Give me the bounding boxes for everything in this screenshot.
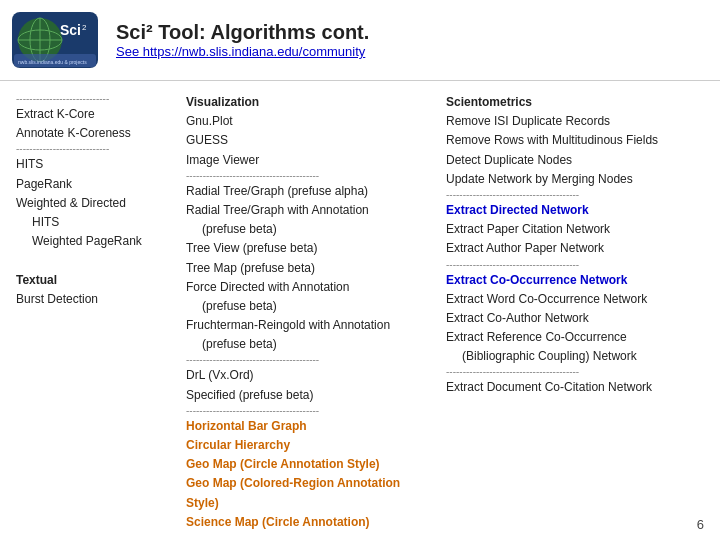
right-divider-1: ---------------------------------------- bbox=[446, 189, 704, 201]
middle-item-circular: Circular Hierarchy bbox=[186, 436, 436, 455]
right-section-directed: Extract Directed Network bbox=[446, 201, 704, 220]
middle-divider-3: ---------------------------------------- bbox=[186, 405, 436, 417]
middle-item-specified: Specified (prefuse beta) bbox=[186, 386, 436, 405]
header-link[interactable]: See https://nwb.slis.indiana.edu/communi… bbox=[116, 44, 369, 59]
right-column: Scientometrics Remove ISI Duplicate Reco… bbox=[446, 93, 704, 532]
middle-item-image-viewer: Image Viewer bbox=[186, 151, 436, 170]
right-item-detect-duplicate: Detect Duplicate Nodes bbox=[446, 151, 704, 170]
middle-item-fruchterman-sub: (prefuse beta) bbox=[186, 335, 436, 354]
middle-item-tree-map: Tree Map (prefuse beta) bbox=[186, 259, 436, 278]
middle-item-radial-tree-annotation: Radial Tree/Graph with Annotation bbox=[186, 201, 436, 220]
middle-divider-1: ---------------------------------------- bbox=[186, 170, 436, 182]
right-item-remove-isi: Remove ISI Duplicate Records bbox=[446, 112, 704, 131]
svg-text:Sci: Sci bbox=[60, 22, 81, 38]
page-title: Sci² Tool: Algorithms cont. bbox=[116, 21, 369, 44]
middle-item-guess: GUESS bbox=[186, 131, 436, 150]
left-item-annotate-kcore: Annotate K-Coreness bbox=[16, 124, 176, 143]
middle-item-geo-colored: Geo Map (Colored-Region Annotation Style… bbox=[186, 474, 436, 512]
right-item-doc-cocitation: Extract Document Co-Citation Network bbox=[446, 378, 704, 397]
svg-text:2: 2 bbox=[82, 23, 87, 32]
right-section-sci: Scientometrics bbox=[446, 93, 704, 112]
left-item-extract-kcore: Extract K-Core bbox=[16, 105, 176, 124]
svg-text:nwb.slis.indiana.edu & project: nwb.slis.indiana.edu & projects bbox=[18, 59, 87, 65]
middle-item-radial-tree-annotation-sub: (prefuse beta) bbox=[186, 220, 436, 239]
middle-item-hbar: Horizontal Bar Graph bbox=[186, 417, 436, 436]
right-item-remove-rows: Remove Rows with Multitudinous Fields bbox=[446, 131, 704, 150]
middle-item-science-map: Science Map (Circle Annotation) bbox=[186, 513, 436, 532]
header-text: Sci² Tool: Algorithms cont. See https://… bbox=[116, 21, 369, 59]
right-section-cooccurrence: Extract Co-Occurrence Network bbox=[446, 271, 704, 290]
divider-left-1: ---------------------------- bbox=[16, 93, 176, 105]
left-column: ---------------------------- Extract K-C… bbox=[16, 93, 176, 532]
middle-column: Visualization Gnu.Plot GUESS Image Viewe… bbox=[186, 93, 436, 532]
left-item-hits-sub: HITS bbox=[16, 213, 176, 232]
middle-item-geo-circle: Geo Map (Circle Annotation Style) bbox=[186, 455, 436, 474]
right-item-author-paper: Extract Author Paper Network bbox=[446, 239, 704, 258]
main-content: ---------------------------- Extract K-C… bbox=[0, 81, 720, 540]
middle-section-viz: Visualization bbox=[186, 93, 436, 112]
logo: Sci 2 nwb.slis.indiana.edu & projects bbox=[10, 10, 100, 70]
divider-left-2: ---------------------------- bbox=[16, 143, 176, 155]
right-item-bibcoupling: (Bibliographic Coupling) Network bbox=[446, 347, 704, 366]
right-divider-2: ---------------------------------------- bbox=[446, 259, 704, 271]
left-item-weighted-directed: Weighted & Directed bbox=[16, 194, 176, 213]
middle-item-radial-tree: Radial Tree/Graph (prefuse alpha) bbox=[186, 182, 436, 201]
left-section-textual: Textual bbox=[16, 271, 176, 290]
right-divider-3: ---------------------------------------- bbox=[446, 366, 704, 378]
header: Sci 2 nwb.slis.indiana.edu & projects Sc… bbox=[0, 0, 720, 81]
right-item-paper-citation: Extract Paper Citation Network bbox=[446, 220, 704, 239]
left-item-burst-detection: Burst Detection bbox=[16, 290, 176, 309]
middle-item-tree-view: Tree View (prefuse beta) bbox=[186, 239, 436, 258]
middle-item-fruchterman: Fruchterman-Reingold with Annotation bbox=[186, 316, 436, 335]
left-item-pagerank: PageRank bbox=[16, 175, 176, 194]
right-item-word-cooccurrence: Extract Word Co-Occurrence Network bbox=[446, 290, 704, 309]
left-item-weighted-pagerank: Weighted PageRank bbox=[16, 232, 176, 251]
middle-item-force-directed-sub: (prefuse beta) bbox=[186, 297, 436, 316]
right-item-coauthor: Extract Co-Author Network bbox=[446, 309, 704, 328]
middle-divider-2: ---------------------------------------- bbox=[186, 354, 436, 366]
right-item-reference-cooccurrence: Extract Reference Co-Occurrence bbox=[446, 328, 704, 347]
middle-item-gnuplot: Gnu.Plot bbox=[186, 112, 436, 131]
middle-item-drl: DrL (Vx.Ord) bbox=[186, 366, 436, 385]
right-item-update-network: Update Network by Merging Nodes bbox=[446, 170, 704, 189]
middle-item-force-directed: Force Directed with Annotation bbox=[186, 278, 436, 297]
left-item-hits: HITS bbox=[16, 155, 176, 174]
page-number: 6 bbox=[697, 517, 704, 532]
